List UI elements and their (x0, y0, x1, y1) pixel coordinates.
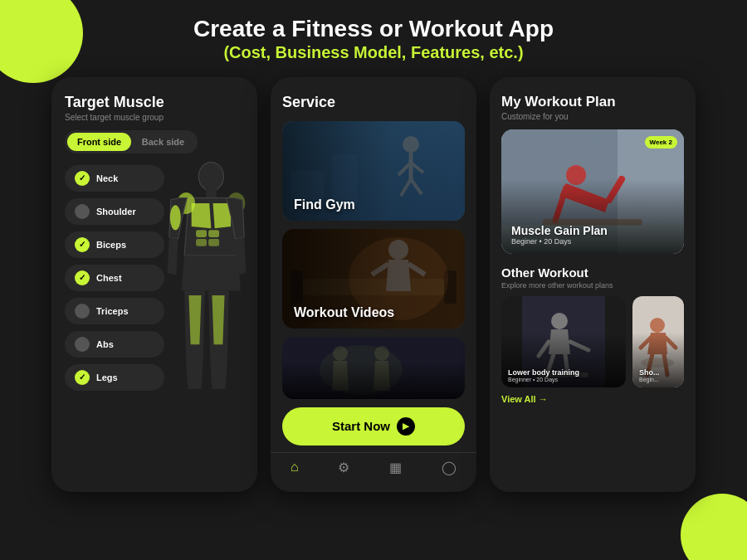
phone3-subtitle: Customize for you (501, 112, 684, 121)
week-badge: Week 2 (645, 136, 677, 149)
shoulder-name: Sho... (639, 368, 660, 377)
view-all-link[interactable]: View All → (501, 394, 684, 404)
lower-body-info: Lower body training Beginner • 20 Days (508, 368, 579, 382)
bg-decoration-br (681, 494, 747, 560)
muscle-neck[interactable]: ✓ Neck (65, 165, 164, 192)
phone-service: Service (271, 77, 476, 492)
diet-overlay (282, 337, 465, 399)
phones-row: Target Muscle Select target muscle group… (51, 77, 696, 492)
biceps-label: Biceps (96, 240, 126, 250)
find-gym-card[interactable]: Find Gym (282, 121, 465, 221)
gym-card-label: Find Gym (294, 197, 355, 212)
muscle-abs[interactable]: Abs (65, 331, 164, 358)
chest-checkbox: ✓ (75, 270, 90, 285)
plan-meta: Beginer • 20 Days (511, 237, 608, 246)
muscle-area: ✓ Neck Shoulder ✓ Biceps (65, 165, 244, 391)
bottom-nav: ⌂ ⚙ ▦ ◯ (271, 452, 476, 484)
nav-calendar-icon[interactable]: ▦ (389, 460, 402, 475)
workout-videos-card[interactable]: Workout Videos (282, 229, 465, 329)
biceps-checkbox: ✓ (75, 237, 90, 252)
nav-dumbbell-icon[interactable]: ⚙ (338, 460, 349, 475)
lower-body-card[interactable]: Lower body training Beginner • 20 Days (501, 296, 626, 387)
page-wrapper: Create a Fitness or Workout App (Cost, B… (0, 0, 747, 500)
other-workout-title: Other Workout (501, 265, 684, 280)
neck-checkbox: ✓ (75, 171, 90, 186)
phone2-title: Service (282, 94, 465, 111)
shoulder-card[interactable]: Sho... Begin... (632, 296, 684, 387)
front-side-btn[interactable]: Front side (67, 133, 131, 151)
legs-label: Legs (96, 373, 118, 382)
featured-card-info: Muscle Gain Plan Beginer • 20 Days (511, 224, 608, 246)
nav-home-icon[interactable]: ⌂ (290, 460, 299, 475)
shoulder-checkbox (75, 204, 90, 219)
phone1-subtitle: Select target muscle group (65, 113, 244, 122)
start-now-button[interactable]: Start Now ▶ (282, 407, 465, 446)
shoulder-meta: Begin... (639, 377, 660, 382)
start-now-label: Start Now (332, 419, 390, 433)
muscle-side-toggle: Front side Back side (65, 130, 198, 153)
triceps-checkbox (75, 304, 90, 319)
muscle-shoulder[interactable]: Shoulder (65, 198, 164, 225)
muscle-chest[interactable]: ✓ Chest (65, 265, 164, 291)
phone1-title: Target Muscle (65, 94, 244, 111)
phone3-title: My Workout Plan (501, 94, 684, 110)
diet-card[interactable] (282, 337, 465, 399)
nav-profile-icon[interactable]: ◯ (442, 460, 456, 475)
workout-card-label: Workout Videos (294, 305, 394, 320)
muscle-list: ✓ Neck Shoulder ✓ Biceps (65, 165, 244, 391)
abs-label: Abs (96, 339, 114, 349)
legs-checkbox: ✓ (75, 370, 90, 385)
lower-body-meta: Beginner • 20 Days (508, 377, 579, 382)
neck-label: Neck (96, 173, 118, 183)
lower-body-name: Lower body training (508, 368, 579, 377)
muscle-legs[interactable]: ✓ Legs (65, 364, 164, 391)
muscle-triceps[interactable]: Triceps (65, 298, 164, 324)
other-workout-cards: Lower body training Beginner • 20 Days (501, 296, 684, 387)
featured-workout-card[interactable]: Week 2 Muscle Gain Plan Beginer • 20 Day… (501, 129, 684, 254)
phone-workout-plan: My Workout Plan Customize for you (490, 77, 696, 492)
triceps-label: Triceps (96, 306, 129, 316)
shoulder-label: Shoulder (96, 207, 136, 217)
chest-label: Chest (96, 273, 122, 283)
back-side-btn[interactable]: Back side (131, 133, 195, 151)
other-workout-sub: Explore more other workout plans (501, 281, 684, 290)
start-arrow-icon: ▶ (397, 417, 415, 436)
muscle-biceps[interactable]: ✓ Biceps (65, 231, 164, 258)
plan-name: Muscle Gain Plan (511, 224, 608, 237)
page-subtitle: (Cost, Business Model, Features, etc.) (223, 43, 523, 62)
abs-checkbox (75, 337, 90, 352)
page-title: Create a Fitness or Workout App (193, 15, 554, 43)
shoulder-info: Sho... Begin... (639, 368, 660, 382)
phone-target-muscle: Target Muscle Select target muscle group… (51, 77, 257, 492)
